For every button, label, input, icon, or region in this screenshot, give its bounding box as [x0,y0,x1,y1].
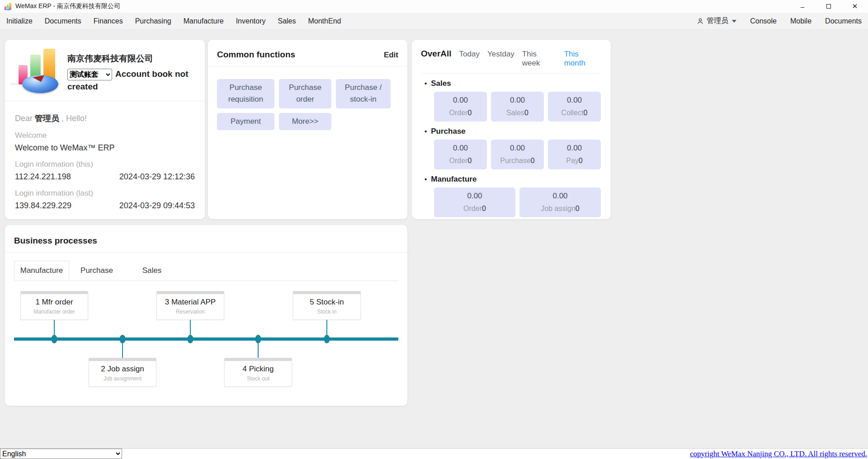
window-controls: – ✕ [789,0,868,13]
footer-bar: English copyright WeMax Nanjing CO., LTD… [0,448,868,459]
language-select[interactable]: English [0,449,122,459]
menu-monthend[interactable]: MonthEnd [308,17,341,25]
menu-manufacture[interactable]: Manufacture [184,17,224,25]
welcome-label: Welcome [15,131,195,140]
profile-card: 南京伟麦科技有限公司 测试账套 Account book not created… [5,40,205,219]
section-purchase: •Purchase [425,127,602,136]
filter-yestday[interactable]: Yestday [487,50,514,59]
manufacture-job-assign-tile[interactable]: 0.00 Job assign0 [519,187,601,217]
more-button[interactable]: More>> [279,113,331,130]
timeline-dot [255,335,261,343]
process-tabs: Manufacture Purchase Sales [14,261,398,281]
sales-collect-tile[interactable]: 0.00 Collect0 [548,92,601,122]
bullet-icon: • [425,175,427,183]
minimize-button[interactable]: – [789,0,816,13]
maximize-icon [826,4,831,9]
login-this-time: 2024-03-29 12:12:36 [119,172,195,182]
step-picking[interactable]: 4 Picking Stock out [224,358,292,387]
close-icon: ✕ [852,2,858,10]
filter-this-week[interactable]: This week [522,50,557,68]
business-processes-card: Business processes Manufacture Purchase … [5,225,407,406]
sales-order-tile[interactable]: 0.00 Order0 [434,92,487,122]
tab-sales[interactable]: Sales [124,261,179,281]
overall-title: OverAll [421,49,452,59]
welcome-text: Welcome to WeMax™ ERP [15,143,195,153]
menu-sales[interactable]: Sales [278,17,296,25]
sales-sales-tile[interactable]: 0.00 Sales0 [491,92,544,122]
maximize-button[interactable] [816,0,842,13]
login-last-time: 2024-03-29 09:44:53 [119,201,195,211]
copyright-link[interactable]: copyright WeMax Nanjing CO., LTD. All ri… [690,450,868,459]
account-book-line: 测试账套 Account book not created [67,68,195,93]
user-menu[interactable]: 管理员 [696,16,736,26]
title-bar: WeMax ERP - 南京伟麦科技有限公司 – ✕ [0,0,868,13]
window-title: WeMax ERP - 南京伟麦科技有限公司 [15,2,120,10]
timeline-dot [120,335,126,343]
business-processes-title: Business processes [14,225,398,246]
step-material-app[interactable]: 3 Material APP Reservation [156,291,224,320]
edit-button[interactable]: Edit [384,51,398,60]
person-icon [696,17,704,25]
login-this-ip: 112.24.221.198 [15,172,71,182]
overall-card: OverAll Today Yestday This week This mon… [412,40,611,219]
menu-bar: Initialize Documents Finances Purchasing… [0,13,868,30]
timeline-dot [324,335,330,343]
common-functions-card: Common functions Edit Purchase requisiti… [208,40,407,219]
menu-inventory[interactable]: Inventory [236,17,266,25]
app-logo-icon [4,3,12,10]
tab-manufacture[interactable]: Manufacture [14,261,69,281]
chevron-down-icon [732,20,736,23]
timeline-dot [52,335,57,343]
account-book-select[interactable]: 测试账套 [67,69,112,80]
menu-documents-link[interactable]: Documents [825,17,862,25]
filter-today[interactable]: Today [459,50,480,59]
bullet-icon: • [425,127,427,135]
greeting: Dear 管理员 , Hello! [15,113,195,124]
company-logo [15,49,60,93]
timeline-bar [14,337,398,341]
bullet-icon: • [425,80,427,87]
menu-initialize[interactable]: Initialize [6,17,33,25]
purchase-stock-in-button[interactable]: Purchase / stock-in [336,79,391,108]
step-job-assign[interactable]: 2 Job assign Job assignment [89,358,156,387]
purchase-order-tile[interactable]: 0.00 Order0 [434,140,487,169]
step-stock-in[interactable]: 5 Stock-in Stock in [293,291,361,320]
timeline-dot [188,335,193,343]
profile-divider [5,101,205,101]
menu-mobile[interactable]: Mobile [790,17,811,25]
step-mfr-order[interactable]: 1 Mfr order Manufacter order [20,291,88,320]
purchase-requisition-button[interactable]: Purchase requisition [217,79,274,108]
payment-button[interactable]: Payment [217,113,274,130]
login-last-label: Login information (last) [15,189,195,198]
minimize-icon: – [801,3,804,10]
menu-items: Initialize Documents Finances Purchasing… [6,17,341,25]
tab-purchase[interactable]: Purchase [69,261,124,281]
process-flow: 1 Mfr order Manufacter order 2 Job assig… [14,284,398,398]
purchase-order-button[interactable]: Purchase order [279,79,331,108]
menu-console[interactable]: Console [750,17,777,25]
company-name: 南京伟麦科技有限公司 [67,52,195,65]
close-button[interactable]: ✕ [842,0,868,13]
login-this-label: Login information (this) [15,160,195,169]
purchase-purchase-tile[interactable]: 0.00 Purchase0 [491,140,544,169]
login-last-ip: 139.84.229.229 [15,201,71,211]
menu-documents[interactable]: Documents [45,17,81,25]
menu-finances[interactable]: Finances [94,17,123,25]
purchase-pay-tile[interactable]: 0.00 Pay0 [548,140,601,169]
section-manufacture: •Manufacture [425,175,602,184]
menu-purchasing[interactable]: Purchasing [135,17,171,25]
section-sales: •Sales [425,79,602,88]
greeting-user: 管理员 [35,114,59,123]
filter-this-month[interactable]: This month [564,50,602,68]
common-functions-title: Common functions [217,50,295,60]
user-name: 管理员 [707,16,728,26]
manufacture-order-tile[interactable]: 0.00 Order0 [434,187,515,217]
